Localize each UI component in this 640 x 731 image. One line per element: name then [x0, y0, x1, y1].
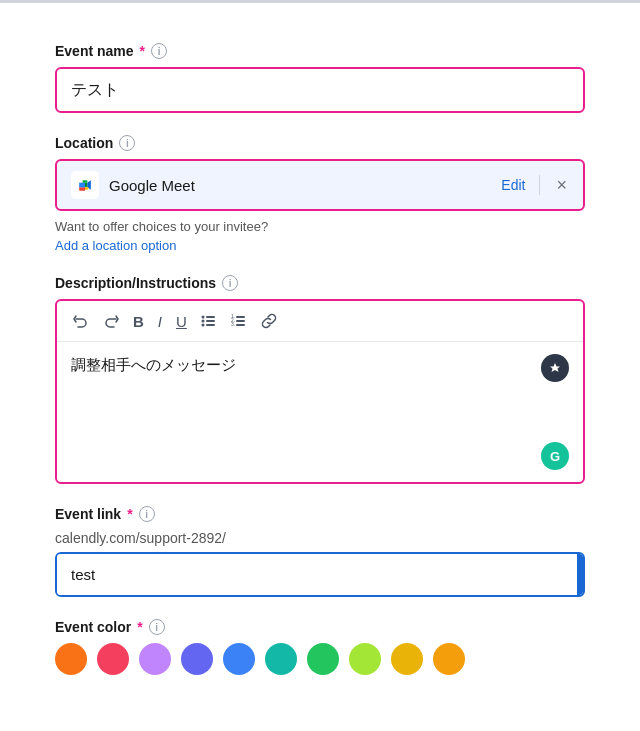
svg-rect-8	[236, 316, 245, 318]
numbered-list-icon: 1. 2. 3.	[231, 313, 247, 329]
event-name-label-text: Event name	[55, 43, 134, 59]
link-icon	[261, 313, 277, 329]
location-label: Location i	[55, 135, 585, 151]
description-label: Description/Instructions i	[55, 275, 585, 291]
color-dot-pink-red[interactable]	[97, 643, 129, 675]
event-link-input-wrapper	[55, 552, 585, 597]
top-divider	[0, 0, 640, 3]
italic-button[interactable]: I	[152, 310, 168, 333]
color-dot-yellow[interactable]	[391, 643, 423, 675]
form-container: Event name * i Location i Google Meet	[0, 23, 640, 717]
location-edit-link[interactable]: Edit	[501, 177, 525, 193]
color-dot-yellow-green[interactable]	[349, 643, 381, 675]
required-star: *	[140, 43, 145, 59]
location-divider	[539, 175, 540, 195]
event-link-required-star: *	[127, 506, 132, 522]
link-button[interactable]	[255, 309, 283, 333]
svg-rect-4	[206, 320, 215, 322]
underline-button[interactable]: U	[170, 310, 193, 333]
color-picker-row	[55, 643, 585, 675]
event-color-group: Event color * i	[55, 619, 585, 675]
undo-icon	[73, 313, 89, 329]
numbered-list-button[interactable]: 1. 2. 3.	[225, 309, 253, 333]
event-link-info-icon[interactable]: i	[139, 506, 155, 522]
event-color-info-icon[interactable]: i	[149, 619, 165, 635]
description-content-area[interactable]: 調整相手へのメッセージ G	[57, 342, 583, 482]
event-name-group: Event name * i	[55, 43, 585, 113]
description-text: 調整相手へのメッセージ	[71, 356, 236, 373]
bold-button[interactable]: B	[127, 310, 150, 333]
color-dot-purple-light[interactable]	[139, 643, 171, 675]
redo-button[interactable]	[97, 309, 125, 333]
event-link-group: Event link * i calendly.com/support-2892…	[55, 506, 585, 597]
event-color-required-star: *	[137, 619, 142, 635]
event-link-label-text: Event link	[55, 506, 121, 522]
bullet-list-icon	[201, 313, 217, 329]
location-box: Google Meet Edit ×	[55, 159, 585, 211]
undo-button[interactable]	[67, 309, 95, 333]
svg-point-5	[201, 324, 204, 327]
event-link-input[interactable]	[57, 554, 577, 595]
color-dot-indigo[interactable]	[181, 643, 213, 675]
google-meet-icon	[71, 171, 99, 199]
event-link-side-accent	[577, 554, 583, 595]
svg-rect-12	[236, 324, 245, 326]
location-label-text: Location	[55, 135, 113, 151]
color-dot-green[interactable]	[307, 643, 339, 675]
svg-rect-10	[236, 320, 245, 322]
bullet-list-button[interactable]	[195, 309, 223, 333]
event-color-label: Event color * i	[55, 619, 585, 635]
event-name-input[interactable]	[55, 67, 585, 113]
location-close-button[interactable]: ×	[554, 176, 569, 194]
color-dot-amber[interactable]	[433, 643, 465, 675]
svg-rect-2	[206, 316, 215, 318]
description-info-icon[interactable]: i	[222, 275, 238, 291]
color-dot-orange[interactable]	[55, 643, 87, 675]
editor-toolbar: B I U 1.	[57, 301, 583, 342]
grammarly-icon[interactable]: G	[541, 442, 569, 470]
description-group: Description/Instructions i B	[55, 275, 585, 484]
location-info-icon[interactable]: i	[119, 135, 135, 151]
location-helper-text: Want to offer choices to your invitee?	[55, 219, 585, 234]
redo-icon	[103, 313, 119, 329]
add-location-option-link[interactable]: Add a location option	[55, 238, 585, 253]
svg-point-1	[201, 316, 204, 319]
event-name-info-icon[interactable]: i	[151, 43, 167, 59]
color-dot-blue[interactable]	[223, 643, 255, 675]
location-name: Google Meet	[109, 177, 491, 194]
svg-text:3.: 3.	[231, 321, 235, 327]
event-link-prefix: calendly.com/support-2892/	[55, 530, 585, 546]
description-label-text: Description/Instructions	[55, 275, 216, 291]
description-editor: B I U 1.	[55, 299, 585, 484]
location-group: Location i Google Meet Edit × Want to of…	[55, 135, 585, 253]
svg-rect-6	[206, 324, 215, 326]
color-dot-teal[interactable]	[265, 643, 297, 675]
event-name-label: Event name * i	[55, 43, 585, 59]
event-link-label: Event link * i	[55, 506, 585, 522]
ai-bot-icon[interactable]	[541, 354, 569, 382]
svg-point-3	[201, 320, 204, 323]
event-color-label-text: Event color	[55, 619, 131, 635]
